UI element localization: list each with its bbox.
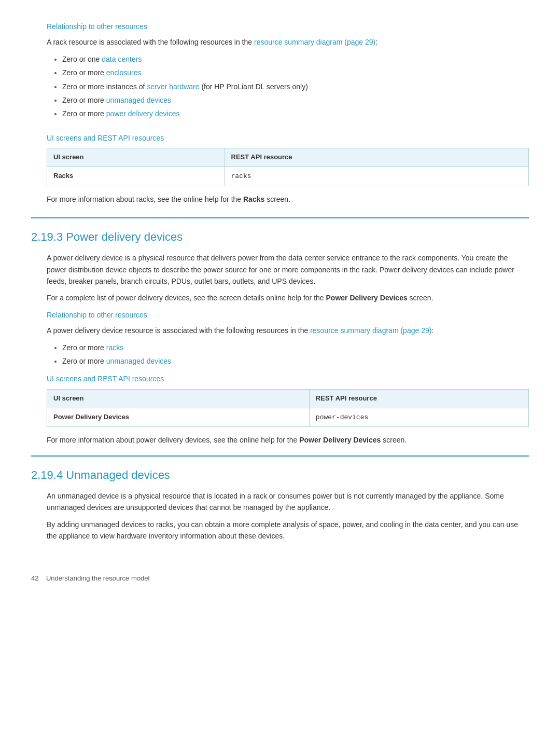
section-2-19-4-title: 2.19.4 Unmanaged devices	[31, 466, 529, 484]
rack-intro-after: :	[375, 38, 377, 46]
bullet-before: Zero or more	[62, 109, 106, 118]
unmanaged-desc1: An unmanaged device is a physical resour…	[47, 490, 529, 514]
list-item: Zero or more instances of server hardwar…	[62, 81, 529, 92]
unmanaged-devices-link-power[interactable]: unmanaged devices	[106, 357, 171, 365]
power-delivery-desc1: A power delivery device is a physical re…	[47, 252, 529, 287]
list-item: Zero or more unmanaged devices	[62, 94, 529, 106]
section-2-19-4-body: An unmanaged device is a physical resour…	[47, 490, 529, 542]
data-centers-link[interactable]: data centers	[102, 55, 142, 63]
power-delivery-devices-link-rack[interactable]: power delivery devices	[106, 109, 180, 118]
power-footer-text: For more information about power deliver…	[47, 434, 529, 446]
bullet-before: Zero or more instances of	[62, 82, 147, 91]
rack-rest-cell: racks	[225, 167, 528, 186]
table-header-rest-api-power: REST API resource	[309, 389, 528, 408]
power-relationship-heading: Relationship to other resources	[47, 309, 529, 321]
table-header-rest-api: REST API resource	[225, 148, 528, 167]
table-header-ui-screen: UI screen	[47, 148, 225, 167]
unmanaged-devices-link-rack[interactable]: unmanaged devices	[106, 96, 171, 104]
bullet-before: Zero or one	[62, 55, 102, 63]
section-2-19-3-title: 2.19.3 Power delivery devices	[31, 228, 529, 246]
list-item: Zero or more power delivery devices	[62, 108, 529, 119]
section-2-19-3: 2.19.3 Power delivery devices A power de…	[31, 217, 529, 446]
table-row: Racks racks	[47, 167, 529, 186]
rack-relationship-section: Relationship to other resources A rack r…	[47, 21, 529, 120]
footer-text: Understanding the resource model	[46, 574, 149, 582]
list-item: Zero or one data centers	[62, 53, 529, 65]
page-footer: 42 Understanding the resource model	[31, 573, 529, 584]
list-item: Zero or more unmanaged devices	[62, 355, 529, 367]
power-delivery-desc2: For a complete list of power delivery de…	[47, 292, 529, 303]
racks-link[interactable]: racks	[106, 343, 123, 352]
power-rest-cell: power-devices	[309, 408, 528, 427]
bullet-before: Zero or more	[62, 68, 106, 77]
bullet-before: Zero or more	[62, 96, 106, 104]
power-ui-rest-table: UI screen REST API resource Power Delive…	[47, 389, 529, 427]
enclosures-link[interactable]: enclosures	[106, 68, 142, 77]
section-2-19-3-body: A power delivery device is a physical re…	[47, 252, 529, 446]
power-relationship-bullets: Zero or more racks Zero or more unmanage…	[62, 342, 529, 367]
section-2-19-4: 2.19.4 Unmanaged devices An unmanaged de…	[31, 455, 529, 542]
rack-ui-rest-table: UI screen REST API resource Racks racks	[47, 148, 529, 186]
server-hardware-link[interactable]: server hardware	[147, 82, 199, 91]
rack-ui-rest-section: UI screens and REST API resources UI scr…	[47, 132, 529, 205]
power-resource-summary-link[interactable]: resource summary diagram (page 29)	[310, 326, 431, 335]
rack-footer-text: For more information about racks, see th…	[47, 194, 529, 205]
rack-ui-screen-cell: Racks	[47, 167, 225, 186]
page-number: 42	[31, 574, 38, 582]
rack-relationship-heading: Relationship to other resources	[47, 21, 529, 32]
power-relationship-intro: A power delivery device resource is asso…	[47, 325, 529, 336]
list-item: Zero or more enclosures	[62, 67, 529, 78]
table-header-ui-screen-power: UI screen	[47, 389, 310, 408]
unmanaged-desc2: By adding unmanaged devices to racks, yo…	[47, 519, 529, 542]
rack-intro-before: A rack resource is associated with the f…	[47, 38, 254, 46]
power-ui-screen-cell: Power Delivery Devices	[47, 408, 310, 427]
rack-relationship-intro: A rack resource is associated with the f…	[47, 36, 529, 48]
rack-relationship-bullets: Zero or one data centers Zero or more en…	[62, 53, 529, 120]
rack-ui-rest-heading: UI screens and REST API resources	[47, 132, 529, 144]
rack-resource-summary-link[interactable]: resource summary diagram (page 29)	[254, 38, 375, 46]
power-ui-rest-heading: UI screens and REST API resources	[47, 373, 529, 384]
list-item: Zero or more racks	[62, 342, 529, 353]
table-row: Power Delivery Devices power-devices	[47, 408, 529, 427]
bullet-after: (for HP ProLiant DL servers only)	[200, 82, 308, 91]
